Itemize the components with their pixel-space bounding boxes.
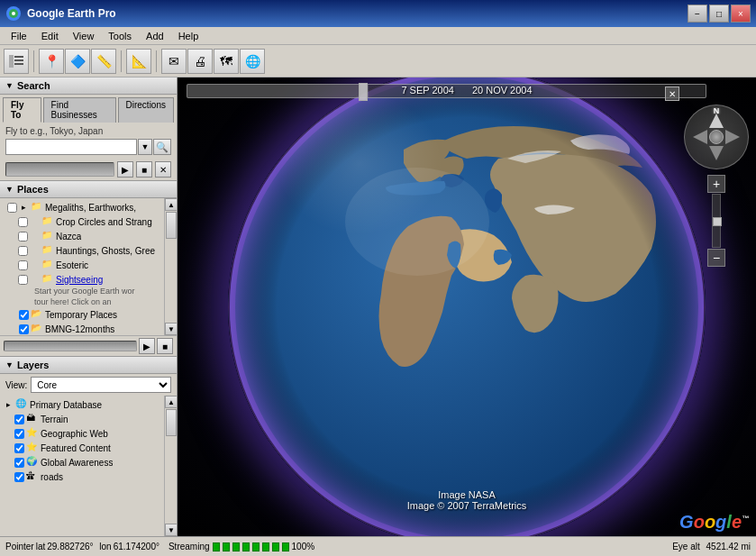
ruler-button[interactable]: 📐 — [126, 49, 151, 74]
expand-megaliths[interactable]: ▸ — [19, 203, 29, 213]
places-item-nazca[interactable]: ▸ 📁 Nazca — [0, 229, 164, 243]
google-e: e — [732, 512, 742, 532]
places-checkbox-temporary[interactable] — [19, 310, 29, 320]
svg-rect-6 — [14, 63, 23, 65]
menu-item-view[interactable]: View — [66, 29, 102, 43]
find-businesses-tab[interactable]: Find Businesses — [43, 97, 116, 123]
layers-item-geoweb[interactable]: ⭐ Geographic Web — [0, 426, 164, 441]
layers-item-global[interactable]: 🌍 Global Awareness — [0, 455, 164, 469]
add-path-button[interactable]: 📏 — [91, 49, 116, 74]
tour-stop-button[interactable]: ■ — [136, 161, 152, 178]
globe-area[interactable]: ✕ 7 SEP 2004 20 NOV 2004 N + — [178, 77, 756, 536]
globe[interactable] — [228, 77, 706, 536]
places-checkbox-esoteric[interactable] — [18, 260, 28, 270]
status-bar: Pointer lat 29.882726° lon 61.174200° St… — [0, 536, 756, 556]
places-scroll-up[interactable]: ▲ — [165, 198, 177, 211]
search-header[interactable]: ▼ Search — [0, 77, 177, 95]
places-item-crop[interactable]: ▸ 📁 Crop Circles and Strang — [0, 214, 164, 229]
tour-play-button[interactable]: ▶ — [117, 161, 133, 178]
toolbar: 📍 🔷 📏 📐 ✉ 🖨 🗺 🌐 — [0, 45, 756, 77]
places-play-button[interactable]: ▶ — [139, 338, 155, 354]
search-label: Search — [17, 80, 50, 91]
places-scroll-down[interactable]: ▼ — [165, 323, 177, 335]
timeline-thumb[interactable] — [359, 83, 368, 101]
pointer-label: Pointer — [5, 542, 34, 551]
minimize-button[interactable]: − — [688, 5, 707, 23]
zoom-track[interactable] — [712, 194, 721, 248]
fly-to-search-button[interactable]: 🔍 — [153, 139, 171, 155]
menu-item-tools[interactable]: Tools — [101, 29, 139, 43]
places-checkbox-nazca[interactable] — [18, 232, 28, 242]
layers-header[interactable]: ▼ Layers — [0, 357, 177, 374]
layers-checkbox-roads[interactable] — [14, 472, 24, 482]
layers-scroll-thumb[interactable] — [166, 409, 177, 436]
sidebar-toggle-button[interactable] — [4, 49, 29, 74]
layers-item-featured[interactable]: ⭐ Featured Content — [0, 441, 164, 455]
close-timeline-button[interactable]: ✕ — [665, 87, 679, 101]
places-item-hauntings[interactable]: ▸ 📁 Hauntings, Ghosts, Gree — [0, 243, 164, 258]
places-stop-button[interactable]: ■ — [157, 338, 173, 354]
fly-to-input[interactable] — [5, 139, 137, 155]
svg-point-11 — [230, 77, 704, 536]
zoom-out-button[interactable]: − — [707, 249, 725, 267]
lon-value: 61.174200° — [114, 542, 159, 551]
layers-checkbox-geoweb[interactable] — [14, 429, 24, 439]
sidebar-icon — [9, 55, 23, 68]
tour-close-button[interactable]: ✕ — [155, 161, 171, 178]
add-placemark-button[interactable]: 📍 — [39, 49, 64, 74]
svg-point-12 — [345, 168, 489, 276]
places-item-esoteric[interactable]: ▸ 📁 Esoteric — [0, 258, 164, 272]
fly-to-tab[interactable]: Fly To — [3, 97, 41, 123]
layers-scroll-up[interactable]: ▲ — [165, 396, 177, 408]
title-bar: Google Earth Pro − □ × — [0, 0, 756, 27]
places-item-megaliths[interactable]: ▸ 📁 Megaliths, Earthworks, — [0, 200, 164, 214]
fly-to-dropdown-button[interactable]: ▼ — [138, 139, 152, 155]
star-icon-geoweb: ⭐ — [26, 427, 39, 440]
search-section: ▼ Search Fly To Find Businesses Directio… — [0, 77, 177, 181]
maximize-button[interactable]: □ — [709, 5, 729, 23]
places-label-sightseeing[interactable]: Sightseeing — [56, 275, 103, 285]
places-scroll-thumb[interactable] — [166, 212, 177, 239]
places-checkbox-bmng[interactable] — [19, 324, 29, 334]
places-tree: ▸ 📁 Megaliths, Earthworks, ▸ 📁 Crop Circ… — [0, 198, 164, 335]
zoom-in-button[interactable]: + — [707, 175, 725, 193]
web-button[interactable]: 🌐 — [240, 49, 265, 74]
layers-view-select[interactable]: Core All Custom — [31, 377, 171, 393]
add-polygon-button[interactable]: 🔷 — [65, 49, 90, 74]
layers-scroll-down[interactable]: ▼ — [165, 524, 177, 536]
menu-item-edit[interactable]: Edit — [34, 29, 66, 43]
date-overlay: 7 SEP 2004 20 NOV 2004 — [401, 85, 532, 96]
menu-item-file[interactable]: File — [4, 29, 34, 43]
places-checkbox-sightseeing[interactable] — [18, 275, 28, 285]
layers-checkbox-featured[interactable] — [14, 443, 24, 453]
layers-checkbox-terrain[interactable] — [14, 415, 24, 424]
directions-tab[interactable]: Directions — [118, 97, 174, 123]
places-checkbox-crop[interactable] — [18, 217, 28, 227]
compass-center[interactable] — [709, 130, 724, 144]
compass[interactable]: N — [684, 105, 749, 169]
places-checkbox-hauntings[interactable] — [18, 246, 28, 256]
close-button[interactable]: × — [731, 5, 751, 23]
eye-alt-label: Eye alt — [672, 542, 700, 551]
menu-item-add[interactable]: Add — [139, 29, 171, 43]
places-opacity-slider[interactable] — [4, 341, 137, 351]
zoom-slider[interactable] — [713, 217, 722, 226]
map-button[interactable]: 🗺 — [214, 49, 239, 74]
toolbar-sep-2 — [121, 50, 122, 72]
places-item-bmng[interactable]: ▸ 📂 BMNG-12months — [0, 322, 164, 335]
layers-item-roads[interactable]: 🛣 roads — [0, 469, 164, 484]
layers-item-terrain[interactable]: 🏔 Terrain — [0, 412, 164, 426]
print-button[interactable]: 🖨 — [187, 49, 213, 74]
places-item-temporary[interactable]: ▸ 📂 Temporary Places — [0, 307, 164, 322]
layers-checkbox-global[interactable] — [14, 458, 24, 468]
places-item-sightseeing[interactable]: ▸ 📁 Sightseeing — [0, 272, 164, 287]
places-header[interactable]: ▼ Places — [0, 181, 177, 198]
stream-seg-2 — [223, 542, 230, 551]
places-checkbox-megaliths[interactable] — [7, 203, 17, 213]
email-button[interactable]: ✉ — [161, 49, 187, 74]
layers-item-primary[interactable]: ▸ 🌐 Primary Database — [0, 397, 164, 412]
places-label-esoteric: Esoteric — [56, 260, 88, 270]
places-tree-area: ▸ 📁 Megaliths, Earthworks, ▸ 📁 Crop Circ… — [0, 198, 177, 335]
expand-primary[interactable]: ▸ — [4, 400, 14, 410]
menu-item-help[interactable]: Help — [171, 29, 206, 43]
